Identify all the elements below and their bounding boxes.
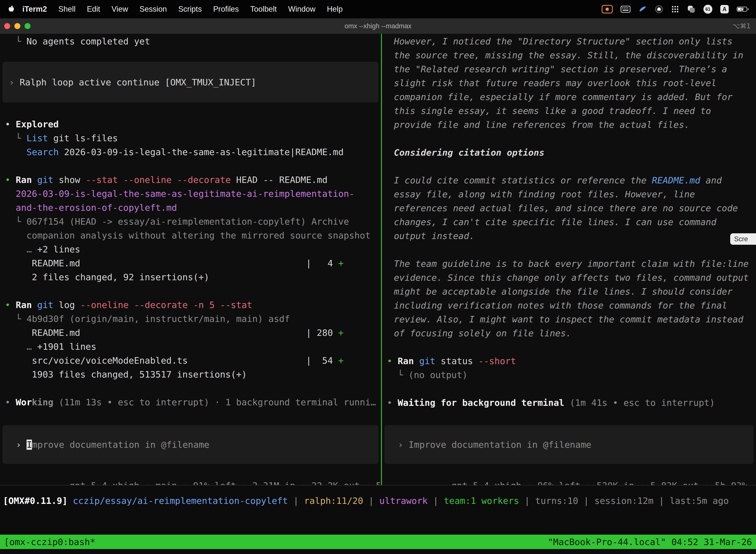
- reasoning-paragraph: Considering citation options: [394, 146, 751, 160]
- keyboard-icon[interactable]: [621, 6, 630, 13]
- right-prompt-input[interactable]: › Improve documentation in @filename: [384, 425, 754, 464]
- app-grid-icon[interactable]: [671, 5, 679, 13]
- terminal-line: 2026-03-09-is-legal-the-same-as-legitima…: [0, 187, 381, 201]
- text-run: README.md: [5, 328, 306, 338]
- session-stats-text: gpt-5.4 xhigh · 96% left · 520K in · 5.8…: [441, 481, 756, 485]
- terminal-line: README.md | 4 +: [0, 257, 381, 270]
- terminal-line: └ (no output): [382, 368, 756, 382]
- window-title-bar[interactable]: omx --xhigh --madmax ⌥⌘1: [0, 18, 756, 34]
- terminal-line: └ List git ls-files: [0, 131, 381, 145]
- text-run: git: [419, 356, 435, 366]
- text-run: …: [5, 341, 37, 352]
- menu-bar-status-icons: 61 A: [602, 5, 756, 14]
- right-pane-output: However, I noticed the "Directory Struct…: [382, 34, 756, 410]
- text-run: ting for background terminal: [414, 398, 564, 408]
- text-run: •: [387, 398, 397, 408]
- text-run: Ran: [397, 356, 414, 366]
- text-run: git ls-files: [48, 133, 118, 143]
- text-run: [414, 356, 419, 366]
- text-run: List: [26, 133, 48, 143]
- terminal-line: src/voice/voiceModeEnabled.ts | 54 +: [0, 354, 381, 368]
- terminal-line: └ 067f154 (HEAD -> essay/ai-reimplementa…: [0, 215, 381, 229]
- text-run: |: [519, 496, 535, 506]
- text-run: •: [387, 356, 397, 366]
- input-source-icon[interactable]: A: [720, 5, 729, 13]
- text-run: companion analysis without altering the …: [5, 230, 371, 240]
- macos-menu-bar: iTerm2ShellEditViewSessionScriptsProfile…: [0, 0, 756, 18]
- text-run: session:12m: [594, 496, 653, 506]
- terminal-line: Search 2026-03-09-is-legal-the-same-as-l…: [0, 145, 381, 159]
- tmux-host-clock: "MacBook-Pro-44.local" 04:52 31-Mar-26: [548, 537, 752, 547]
- menu-item-profiles[interactable]: Profiles: [207, 5, 244, 14]
- blank-line: [0, 159, 381, 173]
- left-prompt-input[interactable]: › Improve documentation in @filename: [2, 425, 378, 464]
- text-run: |: [428, 496, 444, 506]
- text-run: └: [5, 36, 26, 46]
- text-run: status: [435, 356, 478, 366]
- text-run: I could cite commit statistics or refere…: [394, 175, 652, 185]
- text-run: •: [5, 300, 16, 310]
- text-run: ultrawork: [379, 496, 428, 506]
- text-run: (11m 13s • esc to interrupt) · 1 backgro…: [53, 397, 376, 407]
- screen-recording-indicator-icon[interactable]: [602, 5, 613, 13]
- menu-item-toolbelt[interactable]: Toolbelt: [245, 5, 282, 14]
- text-run: •: [5, 119, 16, 129]
- text-run: | 280: [306, 328, 338, 338]
- menu-item-edit[interactable]: Edit: [81, 5, 106, 14]
- reasoning-paragraph: The team guideline is to back every impo…: [394, 257, 751, 340]
- battery-percentage-badge-icon[interactable]: 61: [703, 5, 712, 14]
- ralph-loop-text: Ralph loop active continue [OMX_TMUX_INJ…: [19, 77, 256, 88]
- blank-line: [382, 382, 756, 396]
- text-run: last:5m ago: [670, 496, 729, 506]
- session-stats-text: gpt-5.4 xhigh · main · 91% left · 2.31M …: [59, 481, 381, 485]
- menu-item-iterm2[interactable]: iTerm2: [17, 5, 53, 14]
- text-run: However, I noticed the "Directory Struct…: [394, 36, 743, 130]
- window-shortcut-badge: ⌥⌘1: [733, 22, 756, 30]
- text-run: Explored: [16, 119, 59, 129]
- right-terminal-pane[interactable]: However, I noticed the "Directory Struct…: [382, 34, 756, 485]
- ghost-terminal-app-icon[interactable]: [655, 5, 663, 13]
- tmux-session-label: [omx-cczip0:bash*: [4, 537, 95, 547]
- text-run: |: [288, 496, 304, 506]
- blank-line: [382, 340, 756, 354]
- text-run: README.md: [652, 175, 700, 185]
- menu-item-view[interactable]: View: [106, 5, 134, 14]
- text-run: | 4: [306, 258, 338, 268]
- menu-item-help[interactable]: Help: [321, 5, 349, 14]
- menu-item-session[interactable]: Session: [134, 5, 172, 14]
- text-run: 2026-03-09-is-legal-the-same-as-legitima…: [5, 189, 355, 199]
- terminal-line: … +1901 lines: [0, 340, 381, 354]
- text-run: [5, 147, 26, 157]
- terminal-line: [OMX#0.11.9] cczip/essay/ai-reimplementa…: [3, 494, 756, 508]
- text-run: └: [387, 370, 408, 380]
- blank-line: [0, 284, 381, 298]
- bird-app-icon[interactable]: [638, 5, 647, 13]
- app-menus: iTerm2ShellEditViewSessionScriptsProfile…: [17, 5, 349, 14]
- menu-item-shell[interactable]: Shell: [53, 5, 81, 14]
- text-run: | 54: [306, 355, 338, 366]
- text-run: --oneline --decorate -n 5 --stat: [80, 300, 252, 310]
- left-top-lines: └ No agents completed yet: [0, 35, 381, 48]
- text-run: └: [5, 314, 26, 324]
- battery-charging-icon[interactable]: [737, 6, 749, 12]
- terminal-line: • Ran git status --short: [382, 354, 756, 368]
- left-terminal-pane[interactable]: └ No agents completed yet › Ralph loop a…: [0, 34, 381, 485]
- terminal-line: └ No agents completed yet: [0, 35, 381, 48]
- menu-item-window[interactable]: Window: [282, 5, 321, 14]
- text-run: 2026-03-09-is-legal-the-same-as-legitima…: [59, 147, 344, 157]
- text-run: king: [32, 397, 53, 407]
- text-cursor: I: [26, 440, 32, 450]
- menu-item-scripts[interactable]: Scripts: [173, 5, 208, 14]
- text-run: |: [653, 496, 670, 506]
- text-run: •: [5, 397, 16, 407]
- reasoning-paragraph: I could cite commit statistics or refere…: [394, 173, 751, 243]
- text-run: git: [37, 175, 53, 185]
- apple-menu-icon[interactable]: [8, 5, 15, 13]
- shortcuts-app-icon[interactable]: [687, 5, 695, 13]
- text-run: Search: [26, 147, 59, 157]
- iterm2-window: omx --xhigh --madmax ⌥⌘1 └ No agents com…: [0, 18, 756, 554]
- terminal-line: • Explored: [0, 117, 381, 131]
- text-run: --short: [479, 356, 516, 366]
- screen-edge-tooltip[interactable]: Scre: [730, 233, 756, 245]
- text-run: team:1 workers: [444, 496, 519, 506]
